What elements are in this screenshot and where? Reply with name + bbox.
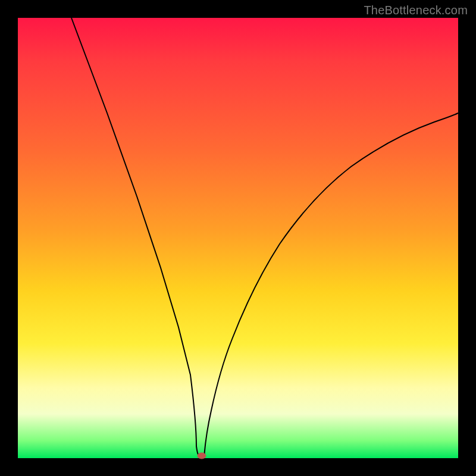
- minimum-marker: [198, 453, 206, 459]
- outer-frame: TheBottleneck.com: [0, 0, 476, 476]
- watermark-text: TheBottleneck.com: [364, 4, 468, 17]
- bottleneck-curve: [18, 18, 458, 458]
- curve-right-branch: [204, 113, 458, 457]
- curve-left-branch: [71, 18, 199, 457]
- plot-area: [18, 18, 458, 458]
